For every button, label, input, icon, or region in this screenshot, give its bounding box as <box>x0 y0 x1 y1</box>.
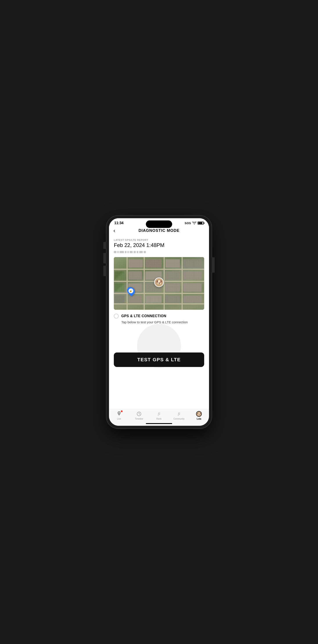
blur-block-7 <box>134 251 136 253</box>
test-button-backdrop <box>109 328 209 352</box>
tab-bar: Live Timeline fi Rank fi Community <box>109 409 209 421</box>
gps-map[interactable]: 🔒 🐶 <box>114 257 204 310</box>
map-aerial: 🔒 🐶 <box>114 257 204 310</box>
blur-block-9 <box>139 251 143 253</box>
volume-down-button[interactable] <box>103 266 106 276</box>
report-date: Feb 22, 2024 1:48PM <box>114 242 204 248</box>
page-title: DIAGNOSTIC MODE <box>138 228 180 233</box>
blur-block-6 <box>130 251 133 253</box>
tab-community-icon: fi <box>176 411 182 417</box>
tab-lola-icon: 🐶 <box>196 411 202 417</box>
battery-icon <box>198 222 204 224</box>
gps-report-section: LATEST GPS/LTE REPORT Feb 22, 2024 1:48P… <box>109 235 209 257</box>
report-label: LATEST GPS/LTE REPORT <box>114 239 204 241</box>
tab-live-label: Live <box>117 418 121 420</box>
dynamic-island <box>146 220 172 228</box>
tab-community[interactable]: fi Community <box>172 411 186 420</box>
sos-indicator: SOS <box>185 222 191 225</box>
gps-location-marker: 🔒 <box>128 287 134 295</box>
connection-description: Tap below to test your GPS & LTE connect… <box>114 320 204 324</box>
tab-lola[interactable]: 🐶 Lola <box>192 411 206 420</box>
tab-timeline-icon <box>136 411 142 417</box>
connection-header: GPS & LTE CONNECTION <box>114 314 204 318</box>
main-content: LATEST GPS/LTE REPORT Feb 22, 2024 1:48P… <box>109 235 209 409</box>
live-notification-dot <box>121 410 122 412</box>
test-button-container: TEST GPS & LTE <box>109 352 209 370</box>
dog-avatar: 🐶 <box>154 278 164 287</box>
tab-rank-label: Rank <box>156 418 162 420</box>
blur-block-3 <box>120 251 124 253</box>
tab-timeline[interactable]: Timeline <box>132 411 146 420</box>
tab-lola-avatar: 🐶 <box>196 411 202 417</box>
test-gps-lte-button[interactable]: TEST GPS & LTE <box>114 352 204 367</box>
tab-rank-icon: fi <box>156 411 162 417</box>
phone-frame: 11:34 SOS ‹ DIAGNOSTIC MODE <box>106 216 212 428</box>
dog-location-marker: 🐶 <box>154 278 164 287</box>
blur-block-10 <box>144 251 146 253</box>
status-time: 11:34 <box>114 221 124 225</box>
connection-title: GPS & LTE CONNECTION <box>121 314 166 318</box>
blur-block-2 <box>117 251 119 253</box>
wifi-icon <box>192 222 196 224</box>
tab-community-label: Community <box>174 418 185 420</box>
home-indicator <box>109 421 209 426</box>
tab-lola-label: Lola <box>197 418 201 420</box>
power-button[interactable] <box>212 257 215 273</box>
connection-status-circle <box>114 314 119 318</box>
blur-block-4 <box>125 251 126 253</box>
blur-block-8 <box>137 251 138 253</box>
blur-block-1 <box>114 251 116 253</box>
tab-timeline-label: Timeline <box>135 418 143 420</box>
connection-section: GPS & LTE CONNECTION Tap below to test y… <box>109 310 209 326</box>
back-button[interactable]: ‹ <box>114 227 115 234</box>
tab-rank[interactable]: fi Rank <box>152 411 166 420</box>
tab-live-icon <box>116 411 122 417</box>
tab-live[interactable]: Live <box>112 411 126 420</box>
status-icons: SOS <box>185 222 204 225</box>
volume-up-button[interactable] <box>103 253 106 264</box>
phone-screen: 11:34 SOS ‹ DIAGNOSTIC MODE <box>109 218 209 426</box>
report-blurred-data <box>114 250 204 255</box>
silent-switch[interactable] <box>103 242 106 249</box>
home-bar <box>146 423 172 424</box>
blur-block-5 <box>128 251 129 253</box>
